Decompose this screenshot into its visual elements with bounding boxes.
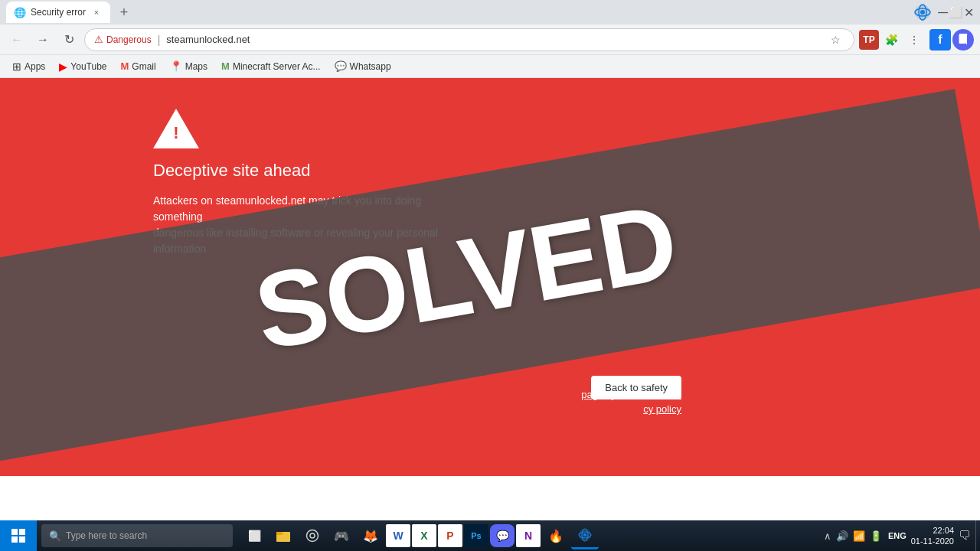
page-text: Attackers on steamunlocked.net may trick…	[153, 193, 459, 257]
dangerous-label: Dangerous	[106, 34, 152, 45]
title-bar: 🌐 Security error × + ─ ⬜ ✕	[0, 0, 980, 24]
bookmark-apps[interactable]: ⊞ Apps	[6, 59, 51, 74]
maximize-button[interactable]: ⬜	[949, 6, 962, 18]
whatsapp-icon: 💬	[335, 60, 347, 72]
taskbar-clock[interactable]: 22:04 01-11-2020	[911, 525, 954, 547]
back-button[interactable]: ←	[6, 29, 28, 51]
taskbar-app-firefox[interactable]: 🦊	[357, 522, 384, 549]
solved-banner: SOLVED	[0, 89, 980, 465]
taskbar-search-placeholder: Type here to search	[66, 530, 147, 541]
notification-button[interactable]: 🗨	[954, 525, 975, 546]
menu-button[interactable]: ⋮	[903, 29, 925, 51]
taskbar-app-onenote[interactable]: N	[516, 524, 541, 547]
taskbar-apps: ⬜ 🎮 🦊 W X P Ps 💬 N 🔥	[237, 522, 824, 549]
svg-point-11	[307, 530, 318, 542]
address-url: steamunlocked.net	[166, 34, 820, 45]
taskbar-app-word[interactable]: W	[386, 524, 410, 547]
taskbar-app-fluid[interactable]: 🔥	[542, 522, 570, 549]
tab-favicon: 🌐	[14, 7, 26, 18]
discord-nav-icon[interactable]	[952, 29, 974, 51]
apps-icon: ⊞	[12, 60, 21, 73]
taskbar-date-display: 01-11-2020	[911, 536, 954, 546]
bookmark-gmail[interactable]: M Gmail	[115, 59, 162, 73]
bookmark-maps[interactable]: 📍 Maps	[164, 59, 214, 73]
maps-label: Maps	[185, 61, 207, 72]
window-controls: ─ ⬜ ✕	[912, 2, 974, 23]
taskbar-app-settings[interactable]	[299, 522, 326, 549]
extensions-button[interactable]: 🧩	[880, 29, 902, 51]
reload-button[interactable]: ↻	[58, 29, 80, 51]
close-button[interactable]: ✕	[964, 5, 974, 20]
taskbar-app-photoshop[interactable]: Ps	[464, 524, 488, 547]
youtube-label: YouTube	[70, 61, 106, 72]
browser-window: 🌐 Security error × + ─ ⬜ ✕	[0, 0, 980, 551]
address-separator: |	[158, 34, 161, 46]
taskbar-app-excel[interactable]: X	[412, 524, 436, 547]
system-tray: ∧ 🔊 📶 🔋	[824, 530, 882, 542]
gmail-icon: M	[121, 60, 129, 72]
tab-close-button[interactable]: ×	[90, 6, 103, 18]
bookmark-minecraft[interactable]: M Minecraft Server Ac...	[215, 59, 327, 73]
extension-red-button[interactable]: TP	[859, 30, 879, 50]
youtube-icon: ▶	[59, 60, 67, 73]
svg-rect-4	[11, 529, 18, 535]
browser-logo	[912, 2, 933, 23]
taskbar-app-task-view[interactable]: ⬜	[240, 522, 268, 549]
bookmark-youtube[interactable]: ▶ YouTube	[53, 59, 113, 74]
svg-point-10	[310, 533, 315, 538]
tray-volume[interactable]: 🔊	[836, 530, 848, 542]
page-text-line2: dangerous like installing software or re…	[153, 225, 459, 257]
tab-title: Security error	[31, 7, 86, 18]
taskbar-app-steam[interactable]: 🎮	[328, 522, 355, 549]
facebook-icon[interactable]: f	[929, 29, 951, 51]
new-tab-button[interactable]: +	[113, 2, 135, 23]
taskbar: 🔍 Type here to search ⬜ 🎮 🦊 W X P Ps 💬 N…	[0, 520, 980, 551]
taskbar-app-powerpoint[interactable]: P	[438, 524, 462, 547]
nav-bar: ← → ↻ ⚠ Dangerous | steamunlocked.net ☆ …	[0, 24, 980, 55]
bookmarks-bar: ⊞ Apps ▶ YouTube M Gmail 📍 Maps M Minecr…	[0, 55, 980, 78]
svg-rect-5	[19, 529, 25, 535]
page-content: ! Deceptive site ahead Attackers on stea…	[0, 78, 980, 476]
svg-rect-9	[276, 532, 283, 535]
taskbar-search-icon: 🔍	[49, 530, 61, 542]
browser-tab[interactable]: 🌐 Security error ×	[6, 2, 110, 23]
policy-link[interactable]: cy policy	[643, 403, 681, 415]
minecraft-icon: M	[221, 60, 230, 72]
gmail-label: Gmail	[132, 61, 155, 72]
nav-right-icons: TP 🧩 ⋮ f	[859, 29, 974, 51]
taskbar-time-display: 22:04	[911, 525, 954, 536]
warning-triangle: !	[153, 109, 199, 148]
tray-up-arrow[interactable]: ∧	[824, 530, 831, 542]
page-text-line1: Attackers on steamunlocked.net may trick…	[153, 193, 459, 225]
title-bar-left: 🌐 Security error × +	[6, 2, 135, 23]
warning-icon: ⚠	[94, 34, 103, 45]
svg-point-15	[583, 533, 586, 536]
taskbar-app-browser[interactable]	[571, 522, 599, 549]
warning-icon-wrap: !	[153, 109, 199, 148]
taskbar-app-explorer[interactable]	[270, 522, 297, 549]
taskbar-app-discord[interactable]: 💬	[490, 524, 514, 547]
warning-exclamation: !	[173, 123, 178, 143]
address-bar[interactable]: ⚠ Dangerous | steamunlocked.net ☆	[84, 28, 854, 51]
language-indicator: ENG	[888, 531, 906, 540]
svg-rect-6	[11, 536, 18, 543]
show-desktop-button[interactable]	[975, 520, 980, 551]
minecraft-label: Minecraft Server Ac...	[233, 61, 321, 72]
maps-icon: 📍	[170, 60, 182, 72]
solved-overlay: SOLVED	[0, 78, 980, 476]
bookmark-whatsapp[interactable]: 💬 Whatsapp	[328, 59, 397, 73]
taskbar-search[interactable]: 🔍 Type here to search	[41, 524, 233, 547]
start-button[interactable]	[0, 520, 37, 551]
bookmark-star-button[interactable]: ☆	[826, 31, 844, 49]
back-to-safety-button[interactable]: Back to safety	[591, 376, 681, 399]
svg-rect-7	[19, 536, 25, 543]
tray-battery[interactable]: 🔋	[870, 530, 882, 542]
tray-network[interactable]: 📶	[853, 530, 865, 542]
apps-label: Apps	[24, 61, 45, 72]
page-heading: Deceptive site ahead	[153, 161, 310, 181]
svg-point-3	[920, 10, 925, 15]
forward-button[interactable]: →	[32, 29, 54, 51]
minimize-button[interactable]: ─	[938, 5, 948, 21]
whatsapp-label: Whatsapp	[350, 61, 391, 72]
dangerous-badge: ⚠ Dangerous	[94, 34, 152, 45]
